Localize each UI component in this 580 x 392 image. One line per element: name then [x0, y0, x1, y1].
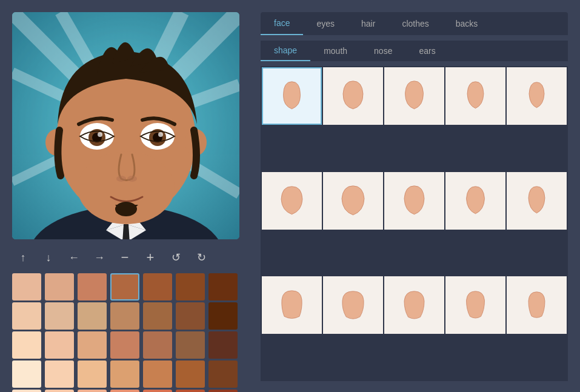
- controls-row: ↑ ↓ ← → − + ↺ ↻: [12, 248, 248, 267]
- color-swatch[interactable]: [110, 390, 139, 392]
- color-swatch[interactable]: [45, 390, 74, 392]
- color-swatch[interactable]: [176, 390, 205, 392]
- zoom-in-button[interactable]: +: [141, 248, 160, 267]
- left-panel: ↑ ↓ ← → − + ↺ ↻: [12, 12, 248, 392]
- color-swatch[interactable]: [78, 273, 107, 301]
- color-swatch[interactable]: [208, 273, 238, 301]
- color-swatch[interactable]: [78, 390, 107, 392]
- color-swatch[interactable]: [45, 302, 74, 330]
- svg-point-28: [116, 176, 126, 182]
- color-swatch[interactable]: [12, 302, 41, 330]
- color-swatch[interactable]: [78, 302, 107, 330]
- color-swatch[interactable]: [143, 390, 172, 392]
- face-shape-option[interactable]: [323, 276, 383, 334]
- color-swatch[interactable]: [208, 302, 238, 330]
- svg-point-26: [98, 132, 102, 137]
- face-shape-option[interactable]: [262, 172, 322, 230]
- color-swatch[interactable]: [12, 390, 41, 392]
- color-swatch[interactable]: [110, 331, 139, 359]
- color-swatch[interactable]: [208, 331, 238, 359]
- color-swatch[interactable]: [176, 273, 205, 301]
- face-shape-option[interactable]: [507, 172, 567, 230]
- color-swatch[interactable]: [110, 302, 139, 330]
- sub-tabs-row: shapemouthnoseears: [261, 40, 568, 61]
- face-shape-option[interactable]: [507, 276, 567, 334]
- color-swatch[interactable]: [12, 360, 41, 388]
- tab-eyes[interactable]: eyes: [303, 12, 348, 35]
- color-palette: [12, 273, 239, 392]
- face-shape-option[interactable]: [262, 276, 322, 334]
- color-swatch[interactable]: [143, 331, 172, 359]
- color-swatch[interactable]: [12, 331, 41, 359]
- face-shape-option[interactable]: [445, 276, 505, 334]
- color-swatch[interactable]: [45, 273, 74, 301]
- shapes-grid: [261, 66, 568, 381]
- subtab-shape[interactable]: shape: [261, 41, 310, 61]
- color-swatch[interactable]: [176, 302, 205, 330]
- face-shape-option[interactable]: [323, 172, 383, 230]
- face-shape-option[interactable]: [384, 67, 444, 125]
- tab-clothes[interactable]: clothes: [388, 12, 442, 35]
- subtab-nose[interactable]: nose: [361, 41, 405, 61]
- color-swatch[interactable]: [176, 331, 205, 359]
- avatar-canvas: [12, 12, 239, 239]
- color-swatch[interactable]: [12, 273, 41, 301]
- tab-hair[interactable]: hair: [348, 12, 388, 35]
- color-swatch[interactable]: [143, 360, 172, 388]
- face-shape-option[interactable]: [384, 172, 444, 230]
- redo-button[interactable]: ↻: [192, 248, 211, 267]
- move-left-button[interactable]: ←: [64, 248, 84, 267]
- face-shape-option[interactable]: [384, 276, 444, 334]
- color-swatch[interactable]: [110, 360, 139, 388]
- face-shape-option[interactable]: [262, 67, 322, 125]
- color-swatch[interactable]: [143, 302, 172, 330]
- color-swatch[interactable]: [143, 273, 172, 301]
- face-shape-option[interactable]: [445, 172, 505, 230]
- color-swatch[interactable]: [110, 273, 139, 301]
- svg-point-27: [158, 132, 163, 137]
- color-swatch[interactable]: [208, 360, 238, 388]
- main-tabs-row: faceeyeshairclothesbacks: [261, 12, 568, 35]
- face-shape-option[interactable]: [445, 67, 505, 125]
- zoom-out-button[interactable]: −: [115, 248, 135, 267]
- move-right-button[interactable]: →: [90, 248, 109, 267]
- right-panel: faceeyeshairclothesbacks shapemouthnosee…: [261, 12, 568, 392]
- move-up-button[interactable]: ↑: [13, 248, 33, 267]
- face-shape-option[interactable]: [323, 67, 383, 125]
- color-swatch[interactable]: [45, 331, 74, 359]
- subtab-mouth[interactable]: mouth: [310, 41, 361, 61]
- color-swatch[interactable]: [45, 360, 74, 388]
- color-swatch[interactable]: [176, 360, 205, 388]
- undo-button[interactable]: ↺: [166, 248, 185, 267]
- face-shape-option[interactable]: [507, 67, 567, 125]
- tab-backs[interactable]: backs: [442, 12, 492, 35]
- subtab-ears[interactable]: ears: [405, 41, 448, 61]
- tab-face[interactable]: face: [261, 12, 303, 35]
- color-swatch[interactable]: [78, 360, 107, 388]
- color-swatch[interactable]: [208, 390, 238, 392]
- move-down-button[interactable]: ↓: [39, 248, 58, 267]
- color-swatch[interactable]: [78, 331, 107, 359]
- zoom-row: ⊖ ⊕: [261, 386, 568, 392]
- svg-point-29: [127, 176, 137, 182]
